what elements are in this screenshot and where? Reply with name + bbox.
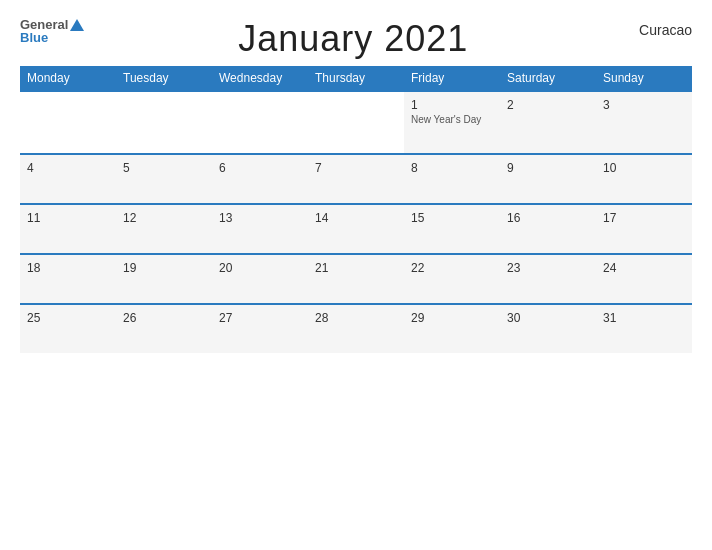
day-number: 6	[219, 161, 301, 175]
day-number: 8	[411, 161, 493, 175]
day-number: 9	[507, 161, 589, 175]
day-cell: 4	[20, 154, 116, 204]
day-cell	[212, 91, 308, 154]
logo-triangle-icon	[70, 19, 84, 31]
day-number: 19	[123, 261, 205, 275]
logo: General Blue	[20, 18, 84, 44]
day-number: 11	[27, 211, 109, 225]
day-cell	[20, 91, 116, 154]
day-cell: 16	[500, 204, 596, 254]
holiday-label: New Year's Day	[411, 114, 493, 125]
day-number: 23	[507, 261, 589, 275]
day-cell: 6	[212, 154, 308, 204]
day-number: 4	[27, 161, 109, 175]
day-number: 10	[603, 161, 685, 175]
day-cell: 14	[308, 204, 404, 254]
day-number: 17	[603, 211, 685, 225]
day-cell: 7	[308, 154, 404, 204]
weekday-header-tuesday: Tuesday	[116, 66, 212, 91]
day-cell: 8	[404, 154, 500, 204]
weekday-header-wednesday: Wednesday	[212, 66, 308, 91]
day-number: 3	[603, 98, 685, 112]
weekday-header-row: MondayTuesdayWednesdayThursdayFridaySatu…	[20, 66, 692, 91]
day-cell: 31	[596, 304, 692, 353]
day-cell: 15	[404, 204, 500, 254]
day-cell: 23	[500, 254, 596, 304]
month-title: January 2021	[238, 18, 468, 59]
day-number: 22	[411, 261, 493, 275]
day-number: 14	[315, 211, 397, 225]
country-label: Curacao	[622, 18, 692, 38]
day-cell: 19	[116, 254, 212, 304]
day-number: 30	[507, 311, 589, 325]
weekday-header-saturday: Saturday	[500, 66, 596, 91]
day-cell: 24	[596, 254, 692, 304]
day-cell: 13	[212, 204, 308, 254]
calendar-table: MondayTuesdayWednesdayThursdayFridaySatu…	[20, 66, 692, 353]
day-number: 12	[123, 211, 205, 225]
day-cell: 18	[20, 254, 116, 304]
day-cell: 20	[212, 254, 308, 304]
day-cell	[308, 91, 404, 154]
day-number: 1	[411, 98, 493, 112]
calendar-title-block: January 2021	[84, 18, 622, 60]
day-number: 25	[27, 311, 109, 325]
header: General Blue January 2021 Curacao	[20, 18, 692, 60]
day-number: 27	[219, 311, 301, 325]
week-row-2: 45678910	[20, 154, 692, 204]
day-cell: 10	[596, 154, 692, 204]
day-cell: 25	[20, 304, 116, 353]
weekday-header-sunday: Sunday	[596, 66, 692, 91]
day-number: 15	[411, 211, 493, 225]
day-cell: 22	[404, 254, 500, 304]
day-cell: 11	[20, 204, 116, 254]
week-row-1: 1New Year's Day23	[20, 91, 692, 154]
weekday-header-friday: Friday	[404, 66, 500, 91]
day-number: 7	[315, 161, 397, 175]
day-number: 20	[219, 261, 301, 275]
week-row-3: 11121314151617	[20, 204, 692, 254]
day-cell: 1New Year's Day	[404, 91, 500, 154]
day-cell: 21	[308, 254, 404, 304]
day-number: 24	[603, 261, 685, 275]
day-cell: 17	[596, 204, 692, 254]
week-row-4: 18192021222324	[20, 254, 692, 304]
day-cell: 2	[500, 91, 596, 154]
logo-blue-text: Blue	[20, 31, 48, 44]
weekday-header-monday: Monday	[20, 66, 116, 91]
day-cell: 26	[116, 304, 212, 353]
day-cell: 27	[212, 304, 308, 353]
day-number: 16	[507, 211, 589, 225]
day-number: 18	[27, 261, 109, 275]
day-number: 21	[315, 261, 397, 275]
day-cell: 28	[308, 304, 404, 353]
day-cell: 5	[116, 154, 212, 204]
day-number: 29	[411, 311, 493, 325]
week-row-5: 25262728293031	[20, 304, 692, 353]
day-number: 26	[123, 311, 205, 325]
day-cell	[116, 91, 212, 154]
calendar-page: General Blue January 2021 Curacao Monday…	[0, 0, 712, 550]
day-number: 31	[603, 311, 685, 325]
day-cell: 9	[500, 154, 596, 204]
day-cell: 30	[500, 304, 596, 353]
day-cell: 3	[596, 91, 692, 154]
day-number: 5	[123, 161, 205, 175]
day-cell: 12	[116, 204, 212, 254]
day-number: 13	[219, 211, 301, 225]
day-cell: 29	[404, 304, 500, 353]
day-number: 2	[507, 98, 589, 112]
weekday-header-thursday: Thursday	[308, 66, 404, 91]
day-number: 28	[315, 311, 397, 325]
